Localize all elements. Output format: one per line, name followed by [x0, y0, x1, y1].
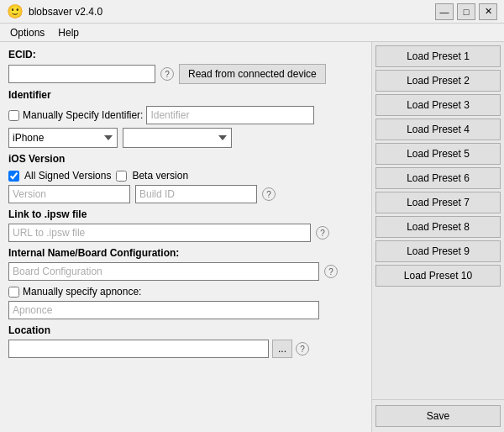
identifier-section: Identifier Manually Specify Identifier: …: [8, 89, 363, 148]
identifier-input[interactable]: [146, 106, 314, 124]
preset-button-7[interactable]: Load Preset 7: [375, 192, 501, 213]
ipsw-help-button[interactable]: ?: [316, 226, 329, 240]
location-input[interactable]: C:\Users\liuwei-win10\Blobs: [8, 340, 269, 358]
ipsw-input[interactable]: [8, 224, 311, 242]
main-panel: ECID: ? Read from connected device Ident…: [0, 42, 371, 432]
ecid-help-button[interactable]: ?: [160, 67, 174, 81]
board-label: Internal Name/Board Configuration:: [8, 247, 363, 259]
device-type-dropdown[interactable]: iPhone iPad iPod touch Apple TV HomePod: [8, 128, 118, 148]
beta-checkbox[interactable]: [116, 171, 127, 182]
app-layout: ECID: ? Read from connected device Ident…: [0, 42, 504, 432]
preset-button-6[interactable]: Load Preset 6: [375, 167, 501, 189]
app-icon: 🙂: [7, 3, 24, 19]
preset-button-4[interactable]: Load Preset 4: [375, 119, 501, 140]
read-device-button[interactable]: Read from connected device: [179, 64, 326, 84]
ipsw-label: Link to .ipsw file: [8, 208, 363, 220]
apnonce-input[interactable]: [8, 301, 319, 319]
ecid-input[interactable]: [8, 65, 155, 83]
all-signed-checkbox[interactable]: [8, 171, 19, 182]
board-input[interactable]: [8, 262, 319, 281]
app-title: blobsaver v2.4.0: [29, 6, 102, 18]
apnonce-section: Manually specify apnonce:: [8, 286, 363, 319]
preset-button-9[interactable]: Load Preset 9: [375, 240, 501, 262]
menu-bar: Options Help: [0, 24, 504, 42]
ipsw-section: Link to .ipsw file ?: [8, 208, 363, 242]
preset-button-3[interactable]: Load Preset 3: [375, 94, 501, 116]
manually-specify-label: Manually Specify Identifier:: [23, 109, 143, 121]
ios-version-section: iOS Version All Signed Versions Beta ver…: [8, 153, 363, 203]
board-section: Internal Name/Board Configuration: ?: [8, 247, 363, 281]
preset-button-5[interactable]: Load Preset 5: [375, 143, 501, 165]
preset-button-1[interactable]: Load Preset 1: [375, 45, 501, 67]
version-input[interactable]: [8, 185, 130, 203]
board-help-button[interactable]: ?: [324, 265, 338, 278]
close-button[interactable]: ✕: [479, 3, 497, 20]
menu-help[interactable]: Help: [51, 25, 86, 40]
build-input[interactable]: [135, 185, 257, 203]
ecid-section: ECID: ? Read from connected device: [8, 49, 363, 84]
sidebar: Load Preset 1 Load Preset 2 Load Preset …: [371, 42, 504, 432]
preset-button-2[interactable]: Load Preset 2: [375, 70, 501, 92]
device-model-dropdown[interactable]: [123, 128, 232, 148]
save-section: Save: [372, 399, 504, 432]
beta-label: Beta version: [132, 170, 188, 182]
browse-button[interactable]: ...: [272, 340, 292, 358]
manually-specify-checkbox[interactable]: [8, 110, 19, 121]
apnonce-checkbox[interactable]: [8, 287, 19, 298]
all-signed-label: All Signed Versions: [24, 170, 111, 182]
location-help-button[interactable]: ?: [296, 342, 309, 356]
preset-list: Load Preset 1 Load Preset 2 Load Preset …: [372, 42, 504, 399]
ecid-label: ECID:: [8, 49, 36, 61]
preset-button-8[interactable]: Load Preset 8: [375, 216, 501, 238]
identifier-label: Identifier: [8, 89, 363, 101]
minimize-button[interactable]: —: [435, 3, 454, 20]
location-section: Location C:\Users\liuwei-win10\Blobs ...…: [8, 324, 363, 358]
title-bar: 🙂 blobsaver v2.4.0 — □ ✕: [0, 0, 504, 24]
location-label: Location: [8, 324, 363, 336]
ios-version-label: iOS Version: [8, 153, 363, 165]
maximize-button[interactable]: □: [457, 3, 475, 20]
menu-options[interactable]: Options: [3, 25, 51, 40]
ios-version-help-button[interactable]: ?: [262, 187, 276, 201]
apnonce-label: Manually specify apnonce:: [23, 286, 141, 298]
preset-button-10[interactable]: Load Preset 10: [375, 265, 501, 287]
save-button[interactable]: Save: [375, 405, 501, 427]
